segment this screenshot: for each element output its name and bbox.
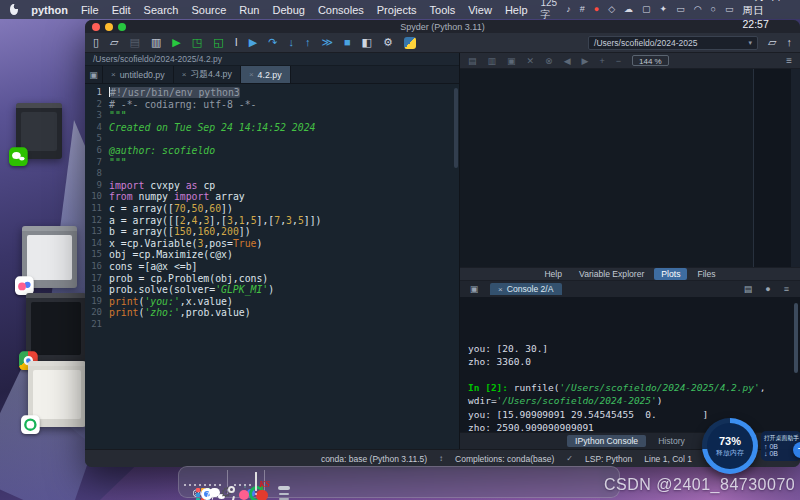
browse-directory-icon[interactable]: ▱: [768, 37, 776, 48]
code-text[interactable]: c = array([70,50,60]): [109, 203, 233, 215]
completions-status[interactable]: Completions: conda(base): [455, 454, 554, 464]
go-up-directory-icon[interactable]: ↑: [787, 37, 793, 48]
run-icon[interactable]: ▶: [172, 37, 180, 48]
code-text[interactable]: prob.solve(solver='GLPK_MI'): [109, 284, 274, 296]
step-into-icon[interactable]: ↓: [288, 37, 294, 48]
tab-help[interactable]: Help: [537, 268, 569, 280]
display-icon[interactable]: ▭: [725, 5, 734, 14]
code-text[interactable]: x =cp.Variable(3,pos=True): [109, 238, 262, 250]
code-text[interactable]: b = array([150,160,200]): [109, 226, 251, 238]
conda-env-status[interactable]: conda: base (Python 3.11.5): [321, 454, 427, 464]
menu-clock[interactable]: 12月8日 周日 22:57: [742, 0, 790, 30]
tab-variable-explorer[interactable]: Variable Explorer: [572, 268, 651, 280]
inspect-icon[interactable]: ▤: [744, 284, 753, 294]
step-over-icon[interactable]: ↷: [268, 37, 277, 48]
menu-run[interactable]: Run: [239, 4, 259, 16]
code-text[interactable]: @author: scofieldo: [109, 145, 215, 157]
window-preview-netdisk[interactable]: [22, 226, 77, 288]
browse-console-tabs-icon[interactable]: ▣: [465, 284, 483, 294]
apple-menu-icon[interactable]: [10, 4, 18, 15]
kernel-status-icon[interactable]: ●: [765, 284, 770, 294]
run-selection-icon[interactable]: ◱: [213, 37, 223, 48]
remove-plot-icon[interactable]: ✕: [527, 56, 535, 66]
menu-edit[interactable]: Edit: [112, 4, 131, 16]
code-text[interactable]: cons =[a@x <=b]: [109, 261, 197, 273]
maximize-pane-icon[interactable]: ◧: [362, 37, 372, 48]
code-text[interactable]: print('zho:',prob.value): [109, 307, 251, 319]
code-text[interactable]: a = array([[2,4,3],[3,1,5],[7,3,5]]): [109, 215, 321, 227]
step-out-icon[interactable]: ↑: [305, 37, 311, 48]
code-text[interactable]: prob = cp.Problem(obj,cons): [109, 273, 268, 285]
code-text[interactable]: #!/usr/bin/env python3: [109, 87, 240, 99]
close-tab-icon[interactable]: ×: [111, 70, 116, 79]
search-icon[interactable]: ○: [711, 5, 716, 14]
menu-file[interactable]: File: [81, 4, 99, 16]
tab-history[interactable]: History: [650, 435, 693, 447]
cloud-icon[interactable]: ☁: [624, 5, 633, 14]
open-file-icon[interactable]: ▱: [110, 37, 118, 48]
menu-tools[interactable]: Tools: [430, 4, 456, 16]
plots-options-icon[interactable]: ≡: [786, 55, 792, 66]
menu-source[interactable]: Source: [191, 4, 226, 16]
dock-item-kingsoft[interactable]: [255, 473, 257, 491]
tab-ipython-console[interactable]: IPython Console: [567, 435, 646, 447]
save-all-icon[interactable]: ▥: [151, 37, 161, 48]
code-text[interactable]: print('you:',x.value): [109, 296, 233, 308]
options-icon[interactable]: ≡: [784, 284, 789, 294]
window-preview-evernote[interactable]: [28, 361, 86, 427]
keyboard-icon[interactable]: #: [580, 5, 585, 14]
code-text[interactable]: """: [109, 157, 127, 169]
next-plot-icon[interactable]: ▶: [582, 56, 589, 66]
python-env-icon[interactable]: [404, 37, 416, 49]
browse-tabs-icon[interactable]: ▣: [85, 66, 103, 83]
menu-debug[interactable]: Debug: [273, 4, 305, 16]
screen-record-icon[interactable]: ●: [594, 5, 599, 14]
menu-view[interactable]: View: [468, 4, 492, 16]
debug-icon[interactable]: ▶: [249, 37, 257, 48]
editor-tab-untitled0.py[interactable]: ×untitled0.py: [103, 66, 174, 83]
window-preview-wechat[interactable]: [16, 103, 62, 159]
code-text[interactable]: import cvxpy as cp: [109, 180, 215, 192]
code-text[interactable]: obj =cp.Maximize(c@x): [109, 249, 233, 261]
working-directory-selector[interactable]: /Users/scofieldo/2024-2025 ▾: [588, 36, 758, 50]
lsp-status[interactable]: LSP: Python: [585, 454, 632, 464]
code-text[interactable]: """: [109, 110, 127, 122]
menu-projects[interactable]: Projects: [377, 4, 417, 16]
wifi-icon[interactable]: ◠: [694, 5, 702, 14]
menu-help[interactable]: Help: [505, 4, 528, 16]
run-cell-icon[interactable]: ◳: [192, 37, 202, 48]
save-icon[interactable]: ▤: [130, 37, 140, 48]
ipython-console-output[interactable]: you: [20. 30.]zho: 3360.0 In [2]: runfil…: [460, 297, 800, 432]
previous-plot-icon[interactable]: ◀: [564, 56, 571, 66]
save-all-plots-icon[interactable]: ▥: [488, 56, 497, 66]
battery-icon[interactable]: ▭: [676, 5, 685, 14]
code-editor[interactable]: 1#!/usr/bin/env python32# -*- codiarng: …: [85, 84, 459, 449]
preferences-icon[interactable]: ⚙: [383, 37, 393, 48]
close-tab-icon[interactable]: ×: [182, 70, 187, 79]
input-method-indicator[interactable]: 125字: [541, 0, 558, 22]
close-console-icon[interactable]: ×: [498, 285, 503, 294]
save-plot-icon[interactable]: ▤: [468, 56, 477, 66]
menu-consoles[interactable]: Consoles: [318, 4, 364, 16]
autoformat-icon[interactable]: I: [235, 37, 238, 48]
console-tab[interactable]: × Console 2/A: [490, 283, 562, 295]
editor-scrollbar[interactable]: [454, 88, 458, 168]
stage-manager-icon[interactable]: ▢: [642, 5, 651, 14]
active-app-menu[interactable]: python: [31, 4, 68, 16]
tab-files[interactable]: Files: [690, 268, 722, 280]
new-file-icon[interactable]: ▯: [93, 37, 99, 48]
console-scrollbar[interactable]: [794, 303, 798, 373]
window-preview-chrome[interactable]: [26, 293, 86, 363]
plots-scrollbar[interactable]: [791, 69, 800, 267]
remove-all-plots-icon[interactable]: ⊗: [545, 56, 553, 66]
code-text[interactable]: Created on Tue Sep 24 14:14:52 2024: [109, 122, 315, 134]
continue-icon[interactable]: ≫: [321, 37, 333, 48]
shapes-icon[interactable]: ◇: [608, 5, 615, 14]
microphone-icon[interactable]: ♪: [566, 5, 571, 14]
close-tab-icon[interactable]: ×: [249, 70, 254, 79]
zoom-out-icon[interactable]: −: [616, 56, 621, 66]
editor-tab-习题4.4.py[interactable]: ×习题4.4.py: [174, 66, 241, 83]
code-text[interactable]: # -*- codiarng: utf-8 -*-: [109, 99, 256, 111]
bluetooth-icon[interactable]: ✦: [660, 5, 668, 14]
zoom-in-icon[interactable]: +: [599, 56, 604, 66]
